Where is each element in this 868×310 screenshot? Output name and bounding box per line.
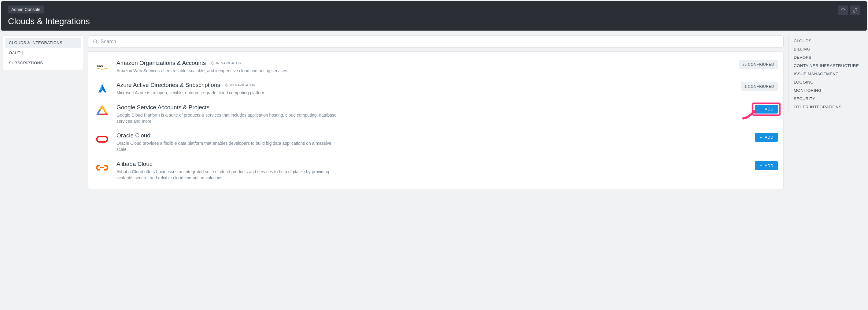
provider-desc: Microsoft Azure is an open, flexible, en…: [117, 90, 337, 96]
main-column: awsAmazon Organizations & AccountsIN NAV…: [88, 35, 784, 189]
provider-action: ADD: [735, 132, 778, 142]
header-tools: [838, 5, 860, 15]
in-navigator-badge: IN NAVIGATOR: [225, 83, 256, 87]
provider-info: Alibaba CloudAlibaba Cloud offers busine…: [117, 161, 729, 181]
search-input[interactable]: [101, 39, 779, 45]
provider-desc: Amazon Web Services offers reliable, sca…: [117, 67, 337, 74]
right-nav-item-7[interactable]: SECURITY: [794, 94, 865, 103]
provider-row-gcp: Google Service Accounts & ProjectsGoogle…: [94, 98, 778, 127]
svg-rect-8: [97, 137, 107, 142]
right-nav-item-3[interactable]: CONTAINER INFRASTRUCTURE: [794, 61, 865, 70]
provider-title[interactable]: Oracle Cloud: [117, 132, 150, 139]
add-button-oracle[interactable]: ADD: [755, 133, 778, 142]
provider-action: 25 CONFIGURED: [735, 60, 778, 69]
right-nav-item-0[interactable]: CLOUDS: [794, 37, 865, 45]
right-nav-item-1[interactable]: BILLING: [794, 45, 865, 53]
provider-desc: Oracle Cloud provides a flexible data pl…: [117, 140, 337, 153]
configured-count[interactable]: 25 CONFIGURED: [739, 60, 778, 69]
left-sidebar: CLOUDS & INTEGRATIONSOAUTHSUBSCRIPTIONS: [3, 35, 83, 70]
refresh-button[interactable]: [838, 5, 848, 15]
provider-desc: Alibaba Cloud offers businesses an integ…: [117, 169, 337, 181]
plus-icon: [759, 136, 763, 139]
add-button-alibaba[interactable]: ADD: [755, 161, 778, 170]
provider-row-aws: awsAmazon Organizations & AccountsIN NAV…: [94, 54, 778, 76]
provider-info: Google Service Accounts & ProjectsGoogle…: [117, 104, 729, 124]
alibaba-logo: [94, 161, 111, 174]
page-header: Admin Console Clouds & Integrations: [1, 1, 867, 31]
provider-row-oracle: Oracle CloudOracle Cloud provides a flex…: [94, 127, 778, 155]
azure-logo: [94, 82, 111, 95]
ban-icon: [225, 83, 229, 87]
provider-action: ADD: [735, 161, 778, 170]
refresh-icon: [840, 8, 845, 13]
page-title: Clouds & Integrations: [8, 17, 90, 26]
ban-icon: [211, 61, 215, 65]
link-button[interactable]: [850, 5, 860, 15]
right-nav-item-2[interactable]: DEVOPS: [794, 53, 865, 61]
search-field[interactable]: [88, 35, 784, 48]
svg-text:aws: aws: [97, 63, 104, 67]
plus-icon: [759, 164, 763, 167]
provider-info: Oracle CloudOracle Cloud provides a flex…: [117, 132, 729, 153]
svg-point-0: [94, 40, 97, 43]
provider-title[interactable]: Google Service Accounts & Projects: [117, 104, 210, 111]
oracle-logo: [94, 132, 111, 146]
left-nav-item-2[interactable]: SUBSCRIPTIONS: [5, 58, 81, 68]
provider-info: Azure Active Directories & Subscriptions…: [117, 82, 729, 96]
provider-action: 1 CONFIGURED: [735, 82, 778, 91]
provider-desc: Google Cloud Platform is a suite of prod…: [117, 112, 337, 124]
left-nav-item-1[interactable]: OAUTH: [5, 48, 81, 58]
right-nav-item-4[interactable]: ISSUE MANAGEMENT: [794, 70, 865, 78]
provider-action: ADD: [735, 104, 778, 114]
left-nav-item-0[interactable]: CLOUDS & INTEGRATIONS: [5, 38, 81, 48]
provider-row-azure: Azure Active Directories & Subscriptions…: [94, 76, 778, 98]
right-nav-item-5[interactable]: LOGGING: [794, 78, 865, 86]
gcp-logo: [94, 104, 111, 117]
provider-title[interactable]: Alibaba Cloud: [117, 161, 153, 167]
plus-icon: [759, 107, 763, 111]
right-sidebar: CLOUDSBILLINGDEVOPSCONTAINER INFRASTRUCT…: [788, 35, 865, 111]
main-layout: CLOUDS & INTEGRATIONSOAUTHSUBSCRIPTIONS …: [0, 32, 868, 193]
provider-row-alibaba: Alibaba CloudAlibaba Cloud offers busine…: [94, 155, 778, 184]
aws-logo: aws: [94, 60, 111, 73]
search-icon: [93, 39, 98, 45]
header-left: Admin Console Clouds & Integrations: [8, 5, 90, 26]
provider-title[interactable]: Amazon Organizations & Accounts: [117, 60, 206, 66]
configured-count[interactable]: 1 CONFIGURED: [741, 82, 778, 91]
providers-card: awsAmazon Organizations & AccountsIN NAV…: [88, 51, 784, 189]
breadcrumb[interactable]: Admin Console: [8, 5, 44, 13]
link-icon: [853, 8, 858, 13]
in-navigator-badge: IN NAVIGATOR: [211, 61, 242, 65]
add-button-gcp[interactable]: ADD: [755, 105, 778, 114]
right-nav-item-6[interactable]: MONITORING: [794, 86, 865, 94]
right-nav-item-8[interactable]: OTHER INTEGRATIONS: [794, 103, 865, 111]
provider-title[interactable]: Azure Active Directories & Subscriptions: [117, 82, 220, 88]
provider-info: Amazon Organizations & AccountsIN NAVIGA…: [117, 60, 729, 74]
